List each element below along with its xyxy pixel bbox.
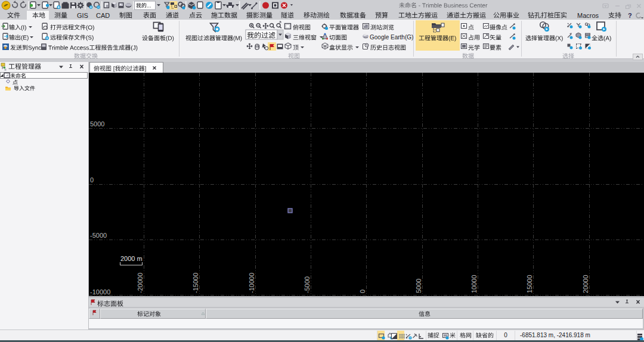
svg-text:10000: 10000	[470, 275, 478, 293]
svg-text:5000: 5000	[415, 279, 422, 293]
svg-text:-15000: -15000	[192, 273, 199, 293]
svg-text:-5000: -5000	[304, 276, 311, 293]
svg-text:-5000: -5000	[90, 232, 107, 239]
svg-text:-10000: -10000	[248, 273, 255, 293]
svg-text:15000: 15000	[526, 275, 533, 293]
svg-text:-10000: -10000	[90, 288, 110, 296]
svg-text:-20000: -20000	[137, 273, 144, 293]
svg-text:0: 0	[359, 290, 366, 293]
svg-text:0: 0	[90, 176, 94, 184]
svg-text:2000 m: 2000 m	[120, 255, 143, 262]
svg-text:20000: 20000	[582, 275, 589, 293]
svg-text:5000: 5000	[90, 120, 104, 128]
